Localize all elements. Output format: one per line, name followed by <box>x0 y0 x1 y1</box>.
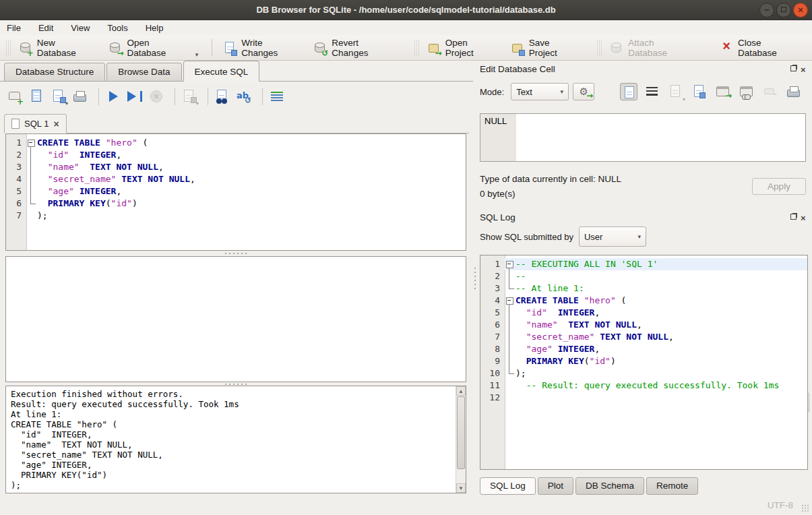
close-button[interactable]: × <box>793 3 808 18</box>
save-sql-file-button[interactable]: ▾ <box>50 88 67 104</box>
mode-label: Mode: <box>480 87 504 97</box>
format-icon <box>271 92 283 101</box>
results-grid[interactable] <box>5 256 466 382</box>
export-data-button[interactable] <box>691 83 708 100</box>
fold-marker-icon <box>505 319 516 331</box>
cell-size-text: 0 byte(s) <box>480 189 516 199</box>
window-title: DB Browser for SQLite - /home/user/code/… <box>256 5 555 15</box>
execution-status-text[interactable]: Execution finished without errors. Resul… <box>7 387 455 492</box>
print-button[interactable] <box>71 88 89 104</box>
sql-log-frame: 1-- EXECUTING ALL IN 'SQL 1'2--3-- At li… <box>480 255 808 470</box>
sql-doc-tabbar: SQL 1 × <box>4 113 469 133</box>
menu-file[interactable]: File <box>7 23 21 33</box>
fold-marker-icon[interactable] <box>505 258 516 270</box>
word-wrap-button[interactable] <box>644 83 661 100</box>
fold-marker-icon <box>26 173 37 185</box>
fold-marker-icon[interactable] <box>26 137 37 149</box>
find-button[interactable] <box>214 88 231 104</box>
maximize-icon <box>781 7 786 12</box>
execute-all-button[interactable] <box>104 88 122 104</box>
import-data-button: ▾ <box>667 83 685 100</box>
tab-execute-sql[interactable]: Execute SQL <box>183 61 260 82</box>
open-sql-file-button[interactable] <box>28 88 46 104</box>
resize-grip[interactable] <box>801 504 810 513</box>
format-button[interactable] <box>268 88 286 104</box>
scrollbar-thumb[interactable] <box>457 396 465 469</box>
save-project-button[interactable]: Save Project <box>505 38 588 58</box>
menu-tools[interactable]: Tools <box>107 23 127 33</box>
chevron-down-icon[interactable]: ▾ <box>65 100 68 107</box>
sql-editor[interactable]: 1CREATE TABLE "hero" (2 "id" INTEGER,3 "… <box>6 134 466 250</box>
mode-select[interactable]: Text ▾ <box>511 83 569 100</box>
scrollbar[interactable]: ▲ ▼ <box>456 386 466 493</box>
auto-switch-mode-button[interactable]: ⚙ → <box>573 83 594 100</box>
print-cell-button[interactable] <box>785 83 803 100</box>
sql-log-filter-row: Show SQL submitted by User ▾ Clear <box>480 226 807 247</box>
sql-editor-frame: 1CREATE TABLE "hero" (2 "id" INTEGER,3 "… <box>5 133 466 251</box>
cell-toolbar: ▾ → <box>620 83 803 100</box>
splitter-handle[interactable] <box>5 251 466 256</box>
write-changes-button[interactable]: Write Changes <box>218 38 308 58</box>
set-null-button <box>761 83 779 100</box>
chevron-down-icon: ▾ <box>637 233 641 240</box>
stop-icon: ✕ <box>150 90 162 102</box>
sql-log-view[interactable]: 1-- EXECUTING ALL IN 'SQL 1'2--3-- At li… <box>480 255 807 469</box>
text-mode-button[interactable] <box>620 83 637 100</box>
dock-tab-db-schema[interactable]: DB Schema <box>575 477 644 495</box>
new-sql-tab-button[interactable]: + <box>7 88 24 104</box>
menu-view[interactable]: View <box>71 23 90 33</box>
minimize-button[interactable]: − <box>759 3 774 18</box>
scroll-up-icon[interactable]: ▲ <box>456 386 466 396</box>
tab-browse-data[interactable]: Browse Data <box>106 63 181 81</box>
code-line: 3-- At line 1: <box>480 282 807 295</box>
toolbar-drag-handle[interactable] <box>596 40 602 56</box>
chevron-down-icon[interactable]: ▾ <box>195 51 199 58</box>
menu-help[interactable]: Help <box>146 23 164 33</box>
open-project-button[interactable]: → Open Project <box>422 38 505 58</box>
tab-close-icon[interactable]: × <box>53 119 59 129</box>
tab-database-structure[interactable]: Database Structure <box>4 63 105 81</box>
execute-current-line-button[interactable] <box>126 88 144 104</box>
link-data-button[interactable] <box>738 83 755 100</box>
scroll-down-icon[interactable]: ▼ <box>456 483 466 493</box>
new-database-button[interactable]: + New Database <box>13 38 104 58</box>
encoding-indicator[interactable]: UTF-8 <box>768 500 793 510</box>
find-replace-button[interactable]: ab↺ <box>235 88 253 104</box>
submitter-select[interactable]: User ▾ <box>579 226 646 247</box>
fold-marker-icon <box>26 185 37 198</box>
window-controls: − × <box>759 3 808 18</box>
toolbar-drag-handle[interactable] <box>414 40 419 56</box>
close-icon: × <box>798 5 803 15</box>
edit-cell-dock-header: Edit Database Cell × <box>480 62 809 75</box>
toolbar-drag-handle[interactable] <box>5 40 11 56</box>
dock-tab-remote[interactable]: Remote <box>646 477 698 495</box>
import-data-icon <box>670 85 680 97</box>
dock-title: Edit Database Cell <box>480 64 555 74</box>
revert-changes-icon: ↺ <box>313 41 327 55</box>
dock-close-button[interactable]: × <box>801 213 809 221</box>
dock-close-button[interactable]: × <box>801 65 809 73</box>
fold-marker-icon <box>505 331 516 343</box>
fold-marker-icon[interactable] <box>505 295 516 307</box>
revert-changes-button[interactable]: ↺ Revert Changes <box>308 38 404 58</box>
dock-tab-plot[interactable]: Plot <box>538 477 573 495</box>
maximize-button[interactable] <box>776 3 791 18</box>
apply-data-button[interactable]: → <box>714 83 732 100</box>
cell-value-editor[interactable]: NULL <box>480 113 806 162</box>
menu-edit[interactable]: Edit <box>38 23 53 33</box>
cell-type-text: Type of data currently in cell: NULL <box>480 174 621 184</box>
open-database-button[interactable]: → Open Database ▾ <box>103 38 206 58</box>
database-new-icon: + <box>19 41 32 55</box>
code-line: 7 "secret_name" TEXT NOT NULL, <box>480 331 807 343</box>
fold-marker-icon <box>505 367 516 380</box>
fold-marker-icon <box>26 198 37 210</box>
code-line: 8 "age" INTEGER, <box>480 343 807 355</box>
dock-close-icon: × <box>801 65 806 75</box>
dock-float-button[interactable] <box>790 65 798 73</box>
dock-float-button[interactable] <box>790 213 798 221</box>
chevron-down-icon: ▾ <box>561 88 564 95</box>
sql-doc-tab[interactable]: SQL 1 × <box>4 114 67 133</box>
export-results-button: ▾ <box>181 88 198 104</box>
close-database-button[interactable]: × Close Database <box>714 38 809 58</box>
dock-tab-sql-log[interactable]: SQL Log <box>480 477 536 495</box>
